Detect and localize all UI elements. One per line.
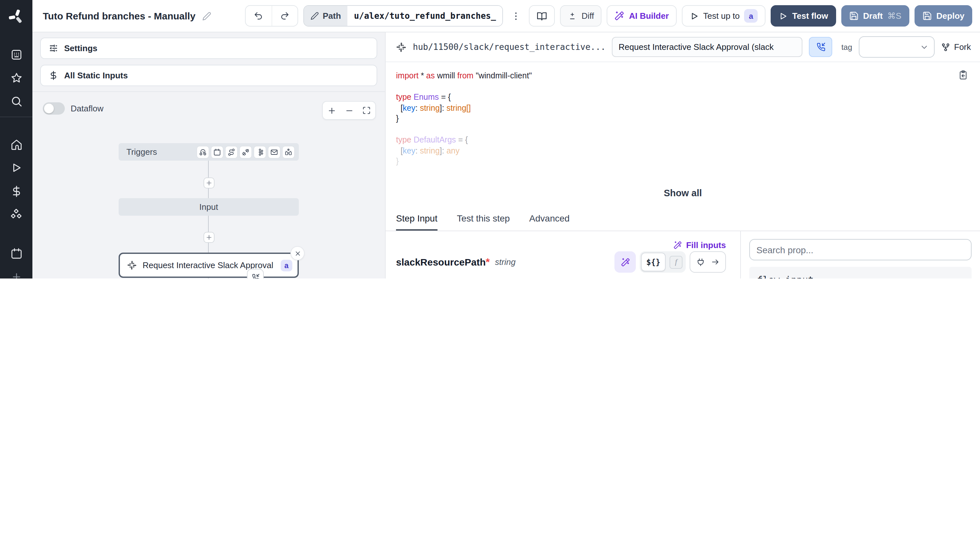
step-id-badge: a — [281, 259, 292, 271]
add-plus-icon[interactable] — [0, 265, 33, 278]
top-toolbar: Tuto Refund branches - Manually Path u/a… — [33, 0, 980, 33]
flow-settings-button[interactable]: Settings — [40, 37, 377, 59]
chevron-down-icon — [920, 42, 929, 52]
docs-book-button[interactable] — [529, 5, 555, 26]
zoom-in-button[interactable] — [323, 102, 340, 119]
deploy-button[interactable]: Deploy — [914, 5, 972, 26]
http-route-trigger-icon[interactable] — [225, 146, 237, 158]
search-prop-input[interactable] — [749, 239, 972, 261]
slack-approval-step-node[interactable]: Request Interactive Slack Approval (... … — [119, 252, 299, 278]
props-panel: flow_input User email : "" Order number … — [740, 231, 980, 278]
tab-test-this-step[interactable]: Test this step — [457, 207, 510, 231]
app-window: Tuto Refund branches - Manually Path u/a… — [0, 0, 980, 278]
draft-shortcut: ⌘S — [887, 11, 901, 21]
zoom-out-button[interactable] — [340, 102, 358, 119]
tag-select[interactable] — [859, 36, 934, 58]
more-options-kebab-icon[interactable] — [508, 11, 524, 21]
wand-icon — [673, 241, 681, 249]
search-icon[interactable] — [0, 90, 33, 113]
input-node[interactable]: Input — [119, 198, 299, 216]
fill-inputs-button[interactable]: Fill inputs — [396, 236, 726, 251]
code-text: import * as wmill from "windmill-client"… — [396, 71, 970, 167]
tag-label: tag — [841, 42, 852, 52]
step-header: hub/11500/slack/request_interactive... t… — [385, 33, 980, 62]
fork-button[interactable]: Fork — [941, 42, 971, 52]
edit-title-pencil-icon[interactable] — [202, 11, 211, 20]
suspend-phone-icon[interactable] — [247, 269, 264, 278]
path-control[interactable]: Path u/alex/tuto_refund_branches_ — [303, 5, 503, 26]
fit-view-button[interactable] — [358, 102, 375, 119]
step-detail-panel: hub/11500/slack/request_interactive... t… — [385, 33, 980, 278]
schedule-trigger-icon[interactable] — [211, 146, 223, 158]
redo-button[interactable] — [271, 6, 297, 26]
flow-panel: Settings All Static Inputs Dataflow — [33, 33, 385, 278]
suspend-phone-button[interactable] — [809, 37, 832, 57]
email-trigger-icon[interactable] — [268, 146, 280, 158]
flow-input-root: flow_input — [757, 275, 964, 278]
show-all-code-button[interactable]: Show all — [385, 188, 980, 198]
test-up-to-button[interactable]: Test up toa — [682, 5, 766, 26]
code-preview[interactable]: import * as wmill from "windmill-client"… — [385, 62, 980, 207]
slack-icon — [396, 42, 407, 52]
kafka-trigger-icon[interactable] — [254, 146, 266, 158]
undo-redo-group — [245, 5, 298, 26]
rail-divider — [0, 117, 33, 117]
field-slackResourcePath: slackResourcePath* string ${} f — [396, 251, 726, 278]
step-tabs: Step Input Test this step Advanced — [385, 207, 980, 231]
poll-trigger-icon[interactable] — [283, 146, 294, 158]
input-mode-toggle: ${} f — [640, 251, 686, 273]
workspace-icon[interactable] — [0, 43, 33, 66]
websocket-trigger-icon[interactable] — [240, 146, 252, 158]
test-flow-button[interactable]: Test flow — [771, 5, 836, 26]
runs-play-icon[interactable] — [0, 156, 33, 179]
dataflow-label: Dataflow — [71, 104, 103, 113]
canvas-zoom-controls — [322, 101, 376, 120]
field-name: slackResourcePath — [396, 256, 486, 267]
main-area: Settings All Static Inputs Dataflow — [33, 33, 980, 278]
flow-panel-header: Settings All Static Inputs — [33, 33, 385, 92]
plug-icon — [696, 257, 705, 267]
favorites-star-icon[interactable] — [0, 66, 33, 90]
tab-advanced[interactable]: Advanced — [529, 207, 570, 231]
field-type: string — [495, 257, 516, 267]
interpolate-mode-button[interactable]: ${} — [641, 252, 666, 271]
remove-step-x-icon[interactable] — [291, 246, 305, 261]
triggers-node[interactable]: Triggers — [119, 143, 299, 161]
home-icon[interactable] — [0, 133, 33, 156]
slack-icon — [127, 261, 137, 270]
git-fork-icon — [941, 42, 950, 52]
dataflow-toggle[interactable] — [43, 102, 65, 115]
webhook-trigger-icon[interactable] — [197, 146, 209, 158]
required-asterisk: * — [486, 256, 490, 268]
path-label: Path — [323, 11, 341, 21]
undo-button[interactable] — [246, 6, 271, 26]
ai-fill-wand-button[interactable] — [614, 251, 636, 273]
tab-step-input[interactable]: Step Input — [396, 207, 438, 231]
test-up-to-step-badge: a — [745, 9, 758, 23]
flow-title: Tuto Refund branches - Manually — [43, 10, 195, 21]
add-step-plus-button[interactable] — [204, 178, 214, 189]
step-input-form: Fill inputs slackResourcePath* string ${… — [385, 231, 740, 278]
add-step-plus-button[interactable] — [204, 232, 214, 243]
ai-builder-button[interactable]: AI Builder — [607, 5, 677, 26]
left-rail — [0, 0, 33, 278]
windmill-logo[interactable] — [0, 0, 33, 33]
diff-button[interactable]: Diff — [560, 5, 602, 26]
path-pencil-icon — [310, 11, 319, 20]
step-name-input[interactable] — [612, 37, 803, 57]
draft-button[interactable]: Draft⌘S — [841, 5, 909, 26]
javascript-mode-button[interactable]: f — [670, 256, 683, 269]
variables-dollar-icon[interactable] — [0, 179, 33, 203]
connect-input-group[interactable] — [689, 251, 726, 273]
flow-canvas[interactable]: Dataflow Triggers — [33, 92, 385, 278]
sliders-icon — [49, 43, 58, 53]
all-static-inputs-button[interactable]: All Static Inputs — [40, 65, 377, 86]
flow-input-props: flow_input User email : "" Order number … — [749, 267, 972, 278]
hub-script-path[interactable]: hub/11500/slack/request_interactive... — [413, 42, 606, 52]
resources-cubes-icon[interactable] — [0, 203, 33, 226]
dollar-icon — [49, 71, 58, 80]
schedules-calendar-icon[interactable] — [0, 241, 33, 265]
arrow-right-icon — [711, 258, 719, 266]
copy-code-clipboard-icon[interactable] — [958, 70, 969, 80]
path-value: u/alex/tuto_refund_branches_ — [348, 6, 502, 26]
